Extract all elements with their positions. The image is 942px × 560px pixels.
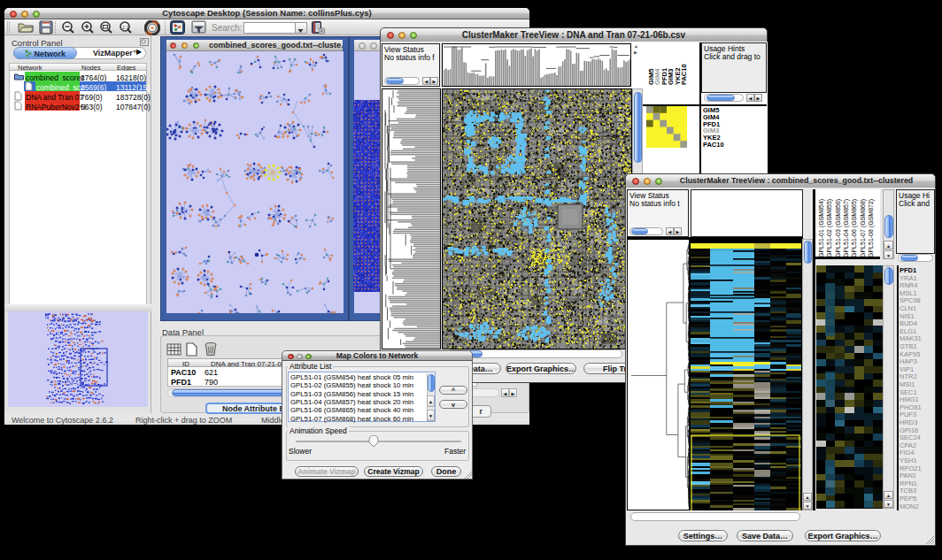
svg-text:1:1: 1:1 [122,25,129,30]
